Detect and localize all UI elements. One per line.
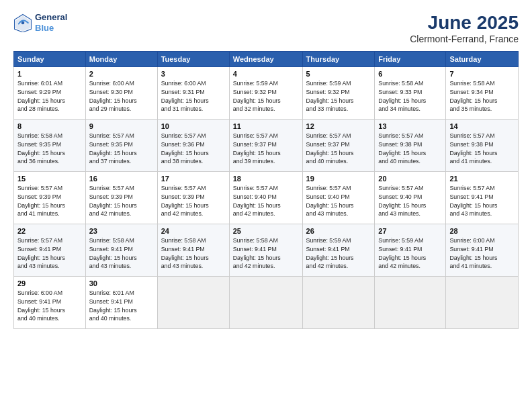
title-block: June 2025 Clermont-Ferrand, France	[410, 12, 519, 44]
week-row-4: 22 Sunrise: 5:57 AMSunset: 9:41 PMDaylig…	[14, 224, 519, 277]
col-thursday: Thursday	[302, 52, 375, 67]
day-20: 20 Sunrise: 5:57 AMSunset: 9:40 PMDaylig…	[375, 172, 446, 224]
day-15: 15 Sunrise: 5:57 AMSunset: 9:39 PMDaylig…	[14, 172, 86, 224]
col-tuesday: Tuesday	[157, 52, 229, 67]
day-28: 28 Sunrise: 6:00 AMSunset: 9:41 PMDaylig…	[446, 224, 519, 277]
day-21: 21 Sunrise: 5:57 AMSunset: 9:41 PMDaylig…	[446, 172, 519, 224]
week-row-5: 29 Sunrise: 6:00 AMSunset: 9:41 PMDaylig…	[14, 277, 519, 329]
logo-line1: General	[35, 12, 67, 23]
calendar: Sunday Monday Tuesday Wednesday Thursday…	[13, 51, 519, 329]
day-23: 23 Sunrise: 5:58 AMSunset: 9:41 PMDaylig…	[85, 224, 157, 277]
month-title: June 2025	[410, 12, 519, 34]
day-12: 12 Sunrise: 5:57 AMSunset: 9:37 PMDaylig…	[302, 120, 375, 172]
week-row-3: 15 Sunrise: 5:57 AMSunset: 9:39 PMDaylig…	[14, 172, 519, 224]
day-empty-5	[446, 277, 519, 329]
day-27: 27 Sunrise: 5:59 AMSunset: 9:41 PMDaylig…	[375, 224, 446, 277]
day-empty-4	[375, 277, 446, 329]
location: Clermont-Ferrand, France	[410, 34, 519, 44]
day-7: 7 Sunrise: 5:58 AMSunset: 9:34 PMDayligh…	[446, 67, 519, 120]
day-24: 24 Sunrise: 5:58 AMSunset: 9:41 PMDaylig…	[157, 224, 229, 277]
col-monday: Monday	[85, 52, 157, 67]
svg-point-2	[21, 21, 25, 24]
day-19: 19 Sunrise: 5:57 AMSunset: 9:40 PMDaylig…	[302, 172, 375, 224]
week-row-1: 1 Sunrise: 6:01 AMSunset: 9:29 PMDayligh…	[14, 67, 519, 120]
day-empty-1	[157, 277, 229, 329]
day-10: 10 Sunrise: 5:57 AMSunset: 9:36 PMDaylig…	[157, 120, 229, 172]
col-wednesday: Wednesday	[229, 52, 302, 67]
logo-icon	[13, 13, 32, 32]
day-1: 1 Sunrise: 6:01 AMSunset: 9:29 PMDayligh…	[14, 67, 86, 120]
logo-text: General Blue	[35, 12, 67, 33]
col-saturday: Saturday	[446, 52, 519, 67]
day-empty-2	[229, 277, 302, 329]
day-30: 30 Sunrise: 6:01 AMSunset: 9:41 PMDaylig…	[85, 277, 157, 329]
logo: General Blue	[13, 12, 67, 33]
day-9: 9 Sunrise: 5:57 AMSunset: 9:35 PMDayligh…	[85, 120, 157, 172]
week-row-2: 8 Sunrise: 5:58 AMSunset: 9:35 PMDayligh…	[14, 120, 519, 172]
day-3: 3 Sunrise: 6:00 AMSunset: 9:31 PMDayligh…	[157, 67, 229, 120]
day-29: 29 Sunrise: 6:00 AMSunset: 9:41 PMDaylig…	[14, 277, 86, 329]
day-17: 17 Sunrise: 5:57 AMSunset: 9:39 PMDaylig…	[157, 172, 229, 224]
day-16: 16 Sunrise: 5:57 AMSunset: 9:39 PMDaylig…	[85, 172, 157, 224]
day-25: 25 Sunrise: 5:58 AMSunset: 9:41 PMDaylig…	[229, 224, 302, 277]
day-8: 8 Sunrise: 5:58 AMSunset: 9:35 PMDayligh…	[14, 120, 86, 172]
day-5: 5 Sunrise: 5:59 AMSunset: 9:32 PMDayligh…	[302, 67, 375, 120]
day-empty-3	[302, 277, 375, 329]
logo-line2: Blue	[35, 23, 67, 34]
header: General Blue June 2025 Clermont-Ferrand,…	[13, 12, 519, 44]
day-18: 18 Sunrise: 5:57 AMSunset: 9:40 PMDaylig…	[229, 172, 302, 224]
day-4: 4 Sunrise: 5:59 AMSunset: 9:32 PMDayligh…	[229, 67, 302, 120]
day-13: 13 Sunrise: 5:57 AMSunset: 9:38 PMDaylig…	[375, 120, 446, 172]
header-row: Sunday Monday Tuesday Wednesday Thursday…	[14, 52, 519, 67]
day-11: 11 Sunrise: 5:57 AMSunset: 9:37 PMDaylig…	[229, 120, 302, 172]
day-14: 14 Sunrise: 5:57 AMSunset: 9:38 PMDaylig…	[446, 120, 519, 172]
day-26: 26 Sunrise: 5:59 AMSunset: 9:41 PMDaylig…	[302, 224, 375, 277]
day-2: 2 Sunrise: 6:00 AMSunset: 9:30 PMDayligh…	[85, 67, 157, 120]
col-friday: Friday	[375, 52, 446, 67]
day-22: 22 Sunrise: 5:57 AMSunset: 9:41 PMDaylig…	[14, 224, 86, 277]
col-sunday: Sunday	[14, 52, 86, 67]
day-6: 6 Sunrise: 5:58 AMSunset: 9:33 PMDayligh…	[375, 67, 446, 120]
page: General Blue June 2025 Clermont-Ferrand,…	[0, 0, 532, 411]
